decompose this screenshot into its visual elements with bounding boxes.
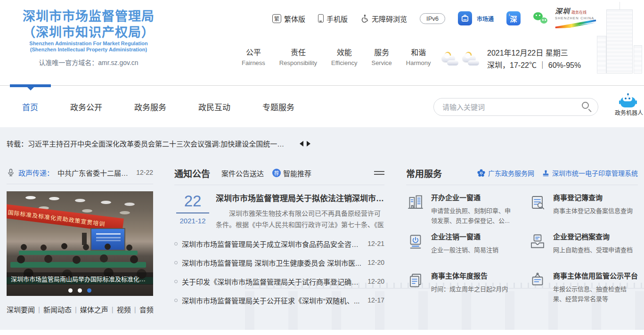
weather-detail: 深圳，17-22℃ ｜ 60%-95%	[487, 59, 581, 72]
featured-notice-excerpt: 深圳市雅荣生物技术有限公司已不再具备原经营许可条件。根据《中华人民共和国行政许可…	[216, 208, 384, 230]
value-responsibility: 责任 Responsibility	[279, 48, 317, 68]
tab-news-updates[interactable]: 新闻动态	[43, 304, 72, 314]
photo-screen-graphic	[90, 228, 125, 251]
market-app-label: 市场通	[477, 15, 494, 23]
bullet-icon	[174, 242, 178, 245]
news-column: 政声传递： 中共广东省委十二届十五... 12-22 国际标准及标准化资助政策宣…	[7, 166, 153, 314]
notice-title[interactable]: 深圳市市场监督管理局 深圳市卫生健康委员会 深圳市医...	[182, 258, 363, 268]
gov-robot-button[interactable]: 政务机器人	[615, 93, 641, 116]
brand-en-text: SHENZHEN CHINA	[555, 16, 596, 20]
stamp-icon	[542, 169, 550, 177]
nav-item-gov-info[interactable]: 政务公开	[70, 101, 102, 113]
weather-widget: 2021年12月22日 星期三 深圳，17-22℃ ｜ 60%-95%	[442, 47, 581, 72]
search-button[interactable]	[577, 98, 598, 115]
ticker-next-icon[interactable]	[307, 141, 310, 147]
more-icon[interactable]	[374, 169, 384, 177]
tab-media-voice[interactable]: 媒体之声	[80, 304, 108, 314]
value-harmony: 和谐 Harmony	[406, 48, 431, 68]
notices-column: 通知公告 案件公告送达 荐 智能推荐 22 2021-12 深圳市市场监督管理局…	[174, 166, 384, 310]
tab-video[interactable]: 视频	[117, 304, 131, 314]
traditional-label: 繁体版	[284, 14, 305, 24]
eseal-system-link[interactable]: 深圳市统一电子印章管理系统	[542, 168, 638, 178]
value-fairness: 公平 Fairness	[242, 48, 265, 68]
featured-month: 2021-12	[174, 217, 211, 225]
notice-title[interactable]: 深圳市市场监督管理局关于公开征求《深圳市“双随机、...	[182, 295, 363, 305]
page: 深圳市市场监督管理局 （深圳市知识产权局） Shenzhen Administr…	[0, 0, 644, 335]
ipv6-badge[interactable]: IPv6	[420, 13, 445, 24]
nav-item-gov-services[interactable]: 政务服务	[134, 101, 166, 113]
notice-date: 12-21	[367, 240, 384, 247]
service-archive-query[interactable]: 企业登记档案查询 网上自助查档、受理申请查档	[528, 232, 638, 271]
ticker-controls	[300, 141, 310, 147]
weather-date: 2021年12月22日 星期三	[487, 47, 581, 59]
service-title[interactable]: 商事主体信用监管公示平台	[553, 271, 638, 281]
service-registry-query[interactable]: 商事登记簿查询 商事主体登记及备案信息查询	[528, 193, 638, 232]
featured-notice-title[interactable]: 深圳市市场监督管理局关于拟依法注销深圳市雅...	[216, 192, 384, 204]
carousel-dot-3[interactable]	[87, 288, 91, 293]
carousel-caption[interactable]: 深圳市市场监管局南山局举办国际标准及标准化资...	[11, 274, 149, 283]
main-nav: 首页 政务公开 政务服务 政民互动 专题服务 政务机器人	[0, 85, 644, 127]
cloudy-moon-icon	[442, 52, 460, 67]
nav-item-home[interactable]: 首页	[22, 101, 38, 113]
archive-icon	[528, 232, 547, 251]
service-title[interactable]: 开办企业一窗通	[431, 193, 516, 203]
ticker-headline[interactable]: 转载：习近平主持召开中央全面深化改革委员会第二十三次会议强调:加快建设全国统一大…	[7, 139, 285, 148]
services-title: 常用服务	[406, 167, 442, 180]
logo-title-line1: 深圳市市场监督管理局	[11, 8, 166, 25]
ishenzhen-app-link[interactable]: i深	[506, 11, 521, 25]
tab-shenzhen-news[interactable]: 深圳要闻	[7, 304, 35, 314]
service-desc: 商事主体登记及备案信息查询	[553, 206, 638, 216]
services-column: 常用服务 广东政务服务网 深圳市统一电子印章管理系统	[406, 166, 638, 310]
news-category-tabs: 深圳要闻| 新闻动态| 媒体之声| 视频| 音频	[7, 304, 153, 314]
search-input[interactable]	[434, 103, 577, 111]
photo-podium-graphic	[82, 233, 87, 245]
notice-date: 12-20	[367, 259, 384, 266]
service-open-business[interactable]: 开办企业一窗通 申请营业执照、刻制印章、申领发票、员工参保登记、公...	[406, 193, 516, 232]
notice-title[interactable]: 深圳市市场监督管理局关于成立深圳市食品药品安全咨询...	[182, 239, 363, 249]
ticker-prev-icon[interactable]	[300, 141, 303, 147]
service-annual-report[interactable]: 商事主体年度报告 时间：成立周年之日起2月内	[406, 271, 516, 310]
nav-item-special-services[interactable]: 专题服务	[262, 101, 294, 113]
robot-icon	[620, 93, 636, 107]
tab-audio[interactable]: 音频	[139, 304, 154, 314]
carousel-dot-1[interactable]	[68, 288, 73, 293]
guangdong-gov-link[interactable]: 广东政务服务网	[477, 168, 534, 178]
power-icon	[406, 232, 425, 251]
notices-header: 通知公告 案件公告送达 荐 智能推荐	[174, 166, 384, 180]
search-icon	[582, 102, 589, 109]
notice-date: 12-17	[367, 296, 384, 304]
service-credit-platform[interactable]: 商事主体信用监管公示平台 年报公示信息、抽查检查结果、经营异常名录等	[528, 271, 638, 310]
headline-ticker: 转载：习近平主持召开中央全面深化改革委员会第二十三次会议强调:加快建设全国统一大…	[7, 139, 310, 148]
service-title[interactable]: 商事主体年度报告	[431, 271, 516, 281]
notice-date: 12-20	[367, 278, 384, 285]
notice-title[interactable]: 关于印发《深圳市市场监督管理局关于试行商事登记确认...	[182, 277, 363, 286]
news-carousel[interactable]: 国际标准及标准化资助政策宣贯培训 深圳市市场监管局南山局举办国际标准及标准化资.…	[7, 191, 153, 296]
accessibility-link[interactable]: 无障碍浏览	[360, 14, 407, 24]
search-box	[433, 98, 598, 116]
phone-icon	[318, 14, 324, 23]
divider	[7, 184, 153, 184]
wechat-link[interactable]	[533, 12, 547, 25]
market-app-link[interactable]: 市场通	[458, 11, 494, 25]
building-icon	[406, 193, 425, 212]
divider	[174, 185, 384, 185]
mobile-version-link[interactable]: 手机版	[318, 14, 348, 24]
photo-audience-graphic	[21, 244, 27, 250]
voice-news-row: 政声传递： 中共广东省委十二届十五... 12-22	[7, 166, 153, 179]
service-title[interactable]: 企业登记档案查询	[553, 232, 638, 242]
recommend-badge-icon: 荐	[272, 169, 281, 177]
shenzhen-china-logo[interactable]: 深圳政务在线 SHENZHEN CHINA	[555, 6, 596, 27]
service-title[interactable]: 商事登记簿查询	[553, 193, 638, 203]
nav-item-interaction[interactable]: 政民互动	[198, 101, 230, 113]
notice-row: 深圳市市场监督管理局关于成立深圳市食品药品安全咨询... 12-21	[174, 234, 384, 253]
case-announcement-link[interactable]: 案件公告送达	[221, 168, 264, 178]
document-search-icon	[528, 193, 547, 212]
service-deregistration[interactable]: 企业注销一窗通 企业一般注销、简易注销	[406, 232, 516, 271]
site-logo[interactable]: 深圳市市场监督管理局 （深圳市知识产权局） Shenzhen Administr…	[11, 8, 166, 67]
smart-recommend-link[interactable]: 荐 智能推荐	[272, 168, 311, 178]
carousel-dot-2[interactable]	[78, 288, 82, 293]
service-title[interactable]: 企业注销一窗通	[431, 232, 516, 242]
traditional-version-link[interactable]: 繁 繁体版	[272, 14, 305, 24]
voice-news-title[interactable]: 中共广东省委十二届十五...	[57, 168, 132, 178]
accessibility-label: 无障碍浏览	[372, 14, 407, 24]
